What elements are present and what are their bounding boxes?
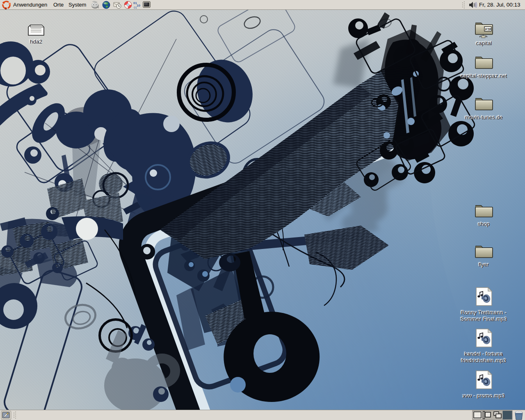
svg-text:10: 10 [137,4,140,7]
svg-text:FTP: FTP [485,27,492,31]
svg-text:01: 01 [134,6,137,9]
